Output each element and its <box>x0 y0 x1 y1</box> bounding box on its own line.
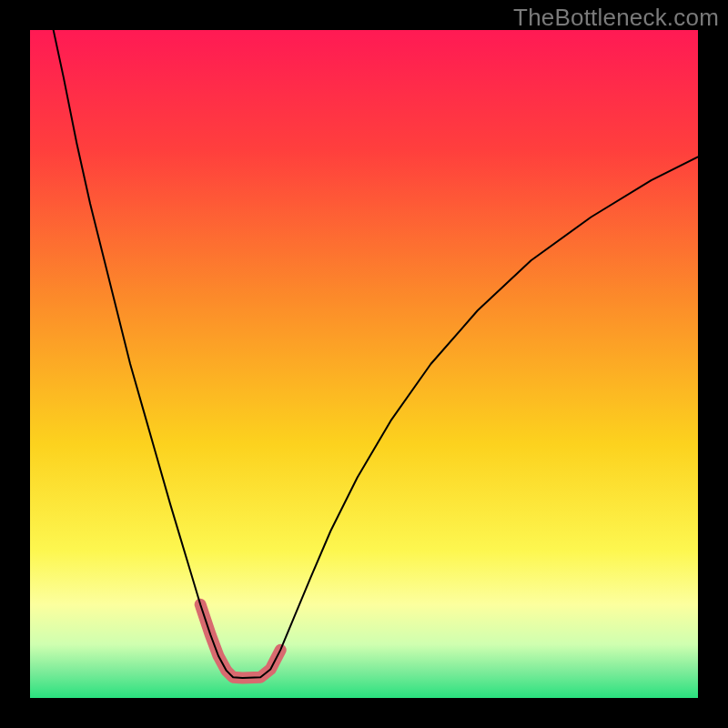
chart-frame: TheBottleneck.com <box>0 0 728 728</box>
plot-area <box>30 30 698 698</box>
bottleneck-chart <box>30 30 698 698</box>
watermark-text: TheBottleneck.com <box>513 4 719 32</box>
